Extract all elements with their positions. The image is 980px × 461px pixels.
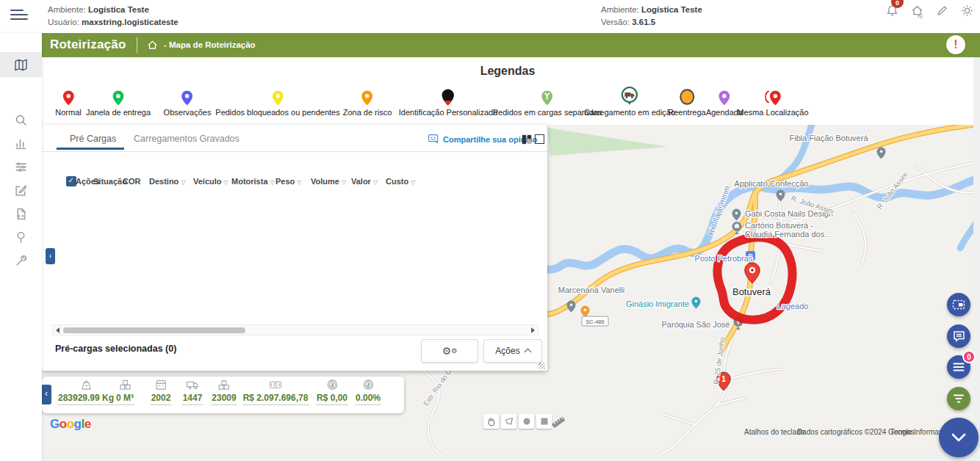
sidebar xyxy=(0,33,42,461)
pan-tool-button[interactable] xyxy=(483,414,499,429)
column-veiculo[interactable]: Veículo▽ xyxy=(193,177,228,186)
sidebar-item-reports[interactable] xyxy=(0,131,42,155)
scroll-left-arrow[interactable] xyxy=(56,327,60,333)
scroll-right-arrow[interactable] xyxy=(531,327,535,333)
map-label: Fibla Fiação Botuverá xyxy=(790,134,869,142)
filter-icon[interactable]: ▽ xyxy=(297,179,301,186)
column-cor[interactable]: COR xyxy=(123,177,140,186)
terms-link[interactable]: Termos xyxy=(890,428,915,436)
alert-button[interactable]: ! xyxy=(946,35,965,54)
column-peso[interactable]: Peso▽ xyxy=(275,177,301,186)
column-destino[interactable]: Destino▽ xyxy=(149,177,186,186)
legend-item-carregamento-edicao: Carregamento em edição xyxy=(584,87,675,117)
horizontal-scrollbar[interactable] xyxy=(52,324,538,335)
hamburger-menu-icon[interactable] xyxy=(10,10,28,23)
column-volume[interactable]: Volume▽ xyxy=(311,177,346,186)
expand-icon[interactable] xyxy=(535,134,544,144)
route-shield: SC-486 xyxy=(582,316,608,326)
legend-item-identificacao: Identificação Personalizada xyxy=(399,87,498,117)
collapse-panel-fab[interactable] xyxy=(939,418,979,457)
selected-count-label: Pré-cargas selecionadas (0) xyxy=(55,344,176,354)
filter-icon[interactable]: ▽ xyxy=(270,179,275,186)
sidebar-item-tools[interactable] xyxy=(0,249,42,272)
filter-icon[interactable]: ▽ xyxy=(373,179,378,186)
sidebar-item-edit[interactable] xyxy=(0,178,42,202)
list-icon xyxy=(953,362,965,372)
n-label: N xyxy=(918,12,923,20)
breadcrumb-home-icon[interactable] xyxy=(147,40,158,51)
grid-view-icon[interactable] xyxy=(522,134,532,148)
polygon-tool-button[interactable] xyxy=(501,414,516,429)
gear-icon[interactable] xyxy=(961,4,973,17)
stat-trucks: 1447 xyxy=(182,379,203,405)
route-map-icon xyxy=(952,299,965,311)
scrollbar-thumb[interactable] xyxy=(63,327,245,333)
pin-mesma-localizacao-icon xyxy=(765,90,781,106)
list-fab-badge: 0 xyxy=(962,350,976,363)
nav-divider xyxy=(137,37,137,53)
legend-item-janela: Janela de entrega xyxy=(86,87,151,117)
stat-packages: 23009 xyxy=(211,379,237,405)
city-label: Botuverá xyxy=(732,286,771,297)
pin-bloqueados-icon xyxy=(272,90,284,106)
feedback-icon xyxy=(428,134,439,144)
acoes-button[interactable]: Ações xyxy=(483,339,542,363)
stat-volume: 0 M³ xyxy=(115,379,134,405)
circle-reentrega-icon xyxy=(678,88,696,106)
panel-collapse-button[interactable]: ‹ xyxy=(46,248,55,264)
select-all-checkbox[interactable] xyxy=(66,176,76,186)
filter-icon[interactable]: ▽ xyxy=(411,179,415,186)
filter-icon[interactable]: ▽ xyxy=(342,179,346,186)
sidebar-item-document[interactable] xyxy=(0,202,42,225)
versao-label: Versão: xyxy=(601,18,630,26)
coin-icon xyxy=(326,379,339,391)
stat-orders: 2002 xyxy=(151,379,172,405)
sidebar-item-search[interactable] xyxy=(0,108,42,131)
column-motorista[interactable]: Motorista▽ xyxy=(231,177,275,186)
pin-identificacao-icon xyxy=(442,89,455,106)
map-label: Paróquia São José xyxy=(662,320,730,329)
pin-janela-icon xyxy=(112,90,124,106)
legend-item-observacoes: Observações xyxy=(164,87,212,117)
keyboard-shortcuts-link[interactable]: Atalhos do teclado xyxy=(744,428,804,436)
sidebar-item-filters[interactable] xyxy=(0,155,42,178)
panel-divider xyxy=(42,151,547,152)
panel-resize-handle[interactable] xyxy=(538,363,545,369)
column-custo[interactable]: Custo▽ xyxy=(386,177,415,186)
pin-observacoes-icon xyxy=(181,90,193,106)
sidebar-item-pin[interactable] xyxy=(0,225,42,249)
pencil-icon[interactable] xyxy=(936,4,948,17)
column-situacao[interactable]: Situação xyxy=(93,177,127,186)
tab-pre-cargas[interactable]: Pré Cargas xyxy=(70,134,116,144)
ruler-tool-button[interactable] xyxy=(550,414,567,430)
map-label: Cartório Botuverá - xyxy=(745,221,813,230)
route-map-fab[interactable] xyxy=(947,293,970,316)
pre-cargas-panel: Pré Cargas Carregamentos Gravados Compar… xyxy=(42,125,547,371)
google-logo: Google xyxy=(50,417,91,432)
sidebar-item-map[interactable] xyxy=(0,52,42,77)
totals-bar: ‹ 283929.99 Kg 0 M³ 2002 1447 xyxy=(42,377,404,413)
filter-icon[interactable]: ▽ xyxy=(181,179,185,186)
filter-icon[interactable]: ▽ xyxy=(224,179,228,186)
calendar-icon xyxy=(154,379,167,391)
pin-agendada-icon xyxy=(718,90,730,106)
tab-carregamentos-gravados[interactable]: Carregamentos Gravados xyxy=(134,134,239,144)
pin-zona-risco-icon xyxy=(361,90,373,106)
ambiente-value: Logística Teste xyxy=(88,5,149,14)
legend-item-zona-risco: Zona de risco xyxy=(343,87,392,117)
circle-tool-button[interactable] xyxy=(519,414,534,429)
notification-badge: 0 xyxy=(891,0,904,8)
boxes-icon xyxy=(218,379,231,391)
filter-fab[interactable] xyxy=(947,387,970,410)
totals-collapse-button[interactable]: ‹ xyxy=(41,385,51,404)
settings-button[interactable]: ⚙⚙ xyxy=(421,339,478,363)
cubes-icon xyxy=(119,379,131,391)
chat-fab[interactable] xyxy=(947,324,970,348)
map-label: Applicato Confecção xyxy=(735,179,809,188)
ambiente2-label: Ambiente: xyxy=(601,5,639,14)
stat-weight: 283929.99 Kg xyxy=(57,379,115,405)
column-valor[interactable]: Valor▽ xyxy=(351,177,378,186)
svg-text:SC-486: SC-486 xyxy=(586,319,604,325)
legend-item-reentrega: Reentrega xyxy=(668,87,705,117)
version-info: Ambiente: Logística Teste Versão: 3.61.5 xyxy=(601,4,702,29)
